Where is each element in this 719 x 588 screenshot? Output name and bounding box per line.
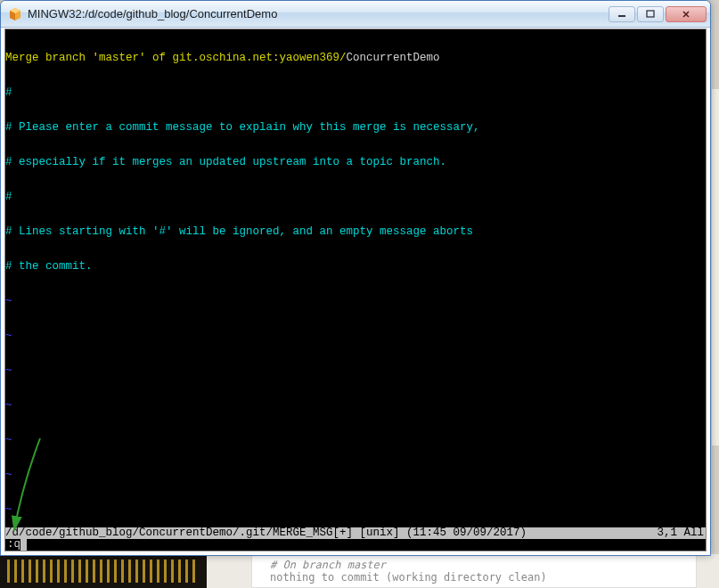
window-title: MINGW32:/d/code/github_blog/ConcurrentDe…	[28, 7, 609, 20]
comment-line: # Lines starting with '#' will be ignore…	[5, 226, 706, 238]
titlebar[interactable]: MINGW32:/d/code/github_blog/ConcurrentDe…	[1, 1, 710, 28]
app-icon	[8, 7, 22, 21]
vim-tilde: ~	[5, 435, 706, 446]
editor-content[interactable]: Merge branch 'master' of git.oschina.net…	[5, 29, 706, 527]
minimize-icon	[617, 10, 626, 19]
vim-tilde: ~	[5, 365, 706, 377]
vim-tilde: ~	[5, 331, 706, 342]
svg-rect-1	[647, 11, 654, 17]
background-sliver	[712, 89, 719, 445]
minimize-button[interactable]	[609, 6, 635, 22]
comment-line: # Please enter a commit message to expla…	[5, 122, 706, 134]
vim-tilde: ~	[5, 470, 706, 481]
comment-line: # the commit.	[5, 261, 706, 273]
comment-line: #	[5, 192, 706, 203]
comment-line: #	[5, 87, 706, 99]
vim-tilde: ~	[5, 400, 706, 412]
background-card: # On branch master nothing to commit (wo…	[251, 554, 697, 588]
status-position: 3,1 All	[657, 527, 706, 539]
merge-msg-prefix: Merge branch 'master' of git.oschina.net…	[5, 52, 347, 64]
vim-statusbar: /d/code/github_blog/ConcurrentDemo/.git/…	[5, 527, 706, 539]
vim-tilde: ~	[5, 296, 706, 307]
close-button[interactable]	[666, 6, 707, 22]
bg-git-status: nothing to commit (working directory cle…	[270, 571, 678, 584]
merge-msg-suffix: ConcurrentDemo	[347, 52, 440, 64]
vim-command-line[interactable]: :q	[5, 539, 706, 551]
cursor	[20, 539, 27, 551]
maximize-icon	[646, 10, 655, 19]
window-controls	[609, 6, 707, 22]
background-thumbnail	[0, 554, 207, 588]
close-icon	[682, 10, 690, 19]
terminal-area[interactable]: Merge branch 'master' of git.oschina.net…	[4, 29, 707, 551]
status-file-info: /d/code/github_blog/ConcurrentDemo/.git/…	[5, 527, 657, 539]
maximize-button[interactable]	[637, 6, 664, 22]
terminal-window: MINGW32:/d/code/github_blog/ConcurrentDe…	[0, 0, 711, 556]
background-desktop-strip: # On branch master nothing to commit (wo…	[0, 554, 719, 588]
bg-git-comment: # On branch master	[270, 559, 678, 571]
vim-tilde: ~	[5, 504, 706, 516]
comment-line: # especially if it merges an updated ups…	[5, 157, 706, 168]
vim-command-text: :q	[7, 538, 20, 551]
svg-rect-0	[618, 15, 625, 17]
